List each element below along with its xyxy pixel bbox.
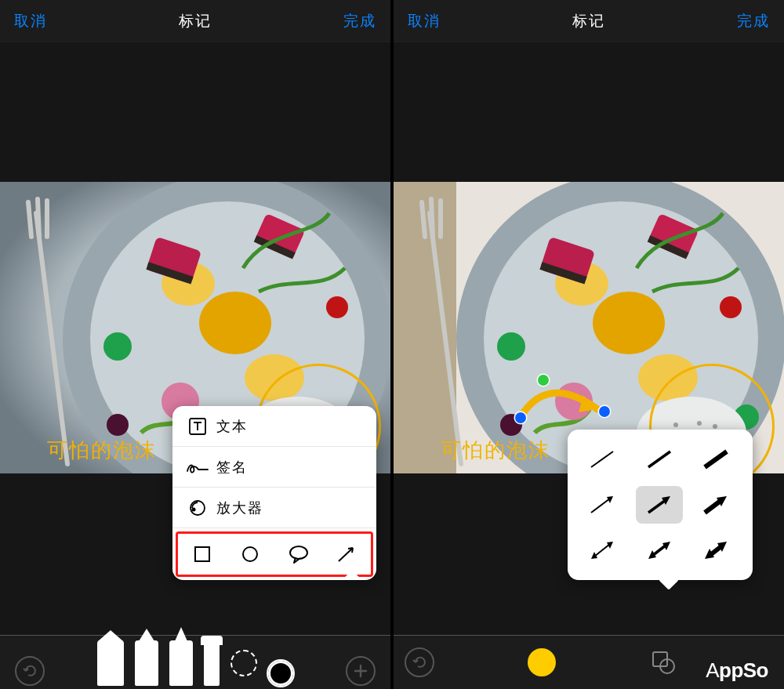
pen-eraser[interactable] [204,640,220,686]
shape-rectangle[interactable] [187,539,218,570]
text-annotation[interactable]: 可怕的泡沫 [47,437,157,464]
markup-editor-right: 取消 标记 完成 [394,0,784,689]
lasso-tool[interactable] [230,650,257,676]
svg-line-69 [705,501,720,513]
svg-point-31 [243,547,257,561]
shape-circle[interactable] [234,539,266,570]
undo-button[interactable] [405,647,434,677]
svg-point-32 [290,546,307,559]
svg-line-65 [591,499,610,513]
arrow-annotation-selected[interactable] [516,378,612,428]
line-thick[interactable] [692,441,739,478]
shape-style-button[interactable] [649,647,679,677]
undo-button[interactable] [15,656,45,686]
pen-pencil[interactable] [169,640,193,686]
text-annotation[interactable]: 可怕的泡沫 [441,437,550,464]
double-arrow-medium[interactable] [636,531,683,569]
double-arrow-thin[interactable] [579,531,626,569]
svg-point-39 [720,296,742,318]
svg-point-15 [107,414,129,436]
add-menu-shapes-row [176,531,373,577]
add-menu-magnifier-label: 放大器 [216,499,263,517]
markup-toolbar [0,636,390,689]
svg-line-67 [648,500,666,513]
nav-title: 标记 [572,11,605,31]
nav-bar: 取消 标记 完成 [0,0,390,42]
add-menu-popup: 文本 签名 放大器 [172,406,376,580]
text-tool-icon [183,416,212,437]
signature-icon [183,459,212,476]
arrow-handle-end[interactable] [599,406,610,417]
svg-point-41 [593,292,665,354]
double-arrow-thick[interactable] [692,531,739,569]
nav-title: 标记 [179,11,212,31]
color-picker-yellow[interactable] [528,648,556,676]
svg-point-38 [497,332,525,361]
done-button[interactable]: 完成 [343,11,376,31]
svg-point-5 [103,332,132,361]
svg-line-62 [591,451,613,467]
canvas-area[interactable]: 可怕的泡沫 文本 签名 [0,42,390,635]
pen-highlighter[interactable] [135,640,158,686]
add-menu-magnifier[interactable]: 放大器 [172,488,376,528]
markup-editor-left: 取消 标记 完成 [0,0,390,689]
svg-line-64 [705,451,727,467]
canvas-area[interactable]: 可怕的泡沫 [394,42,784,635]
arrow-thick[interactable] [692,486,739,524]
nav-bar: 取消 标记 完成 [394,0,784,42]
svg-line-59 [431,199,433,237]
svg-line-71 [594,544,610,557]
add-menu-signature-label: 签名 [216,458,248,477]
svg-point-29 [192,507,196,511]
watermark-appso: AppSo [706,658,768,683]
svg-line-33 [339,548,353,561]
arrow-style-popup [568,430,753,580]
magnifier-icon [183,498,212,518]
add-menu-text[interactable]: 文本 [172,406,376,447]
shape-speech-bubble[interactable] [283,539,314,570]
svg-line-58 [422,202,425,237]
line-medium[interactable] [636,441,683,478]
svg-point-7 [199,292,271,354]
svg-line-24 [28,202,31,237]
arrow-thin[interactable] [579,486,626,524]
done-button[interactable]: 完成 [737,11,770,31]
add-menu-signature[interactable]: 签名 [172,447,376,488]
svg-line-25 [38,199,39,237]
color-picker[interactable] [268,661,293,686]
shape-arrow[interactable] [331,539,362,570]
pen-marker[interactable] [97,640,124,686]
add-button[interactable] [346,656,376,686]
svg-point-6 [326,296,348,318]
cancel-button[interactable]: 取消 [408,11,441,31]
arrow-medium-selected[interactable] [636,486,683,524]
arrow-handle-curve[interactable] [538,375,549,386]
arrow-handle-start[interactable] [515,412,526,423]
cancel-button[interactable]: 取消 [14,11,47,31]
svg-line-63 [648,451,670,467]
add-menu-text-label: 文本 [216,417,248,436]
svg-rect-30 [195,547,209,561]
line-thin[interactable] [579,441,626,478]
